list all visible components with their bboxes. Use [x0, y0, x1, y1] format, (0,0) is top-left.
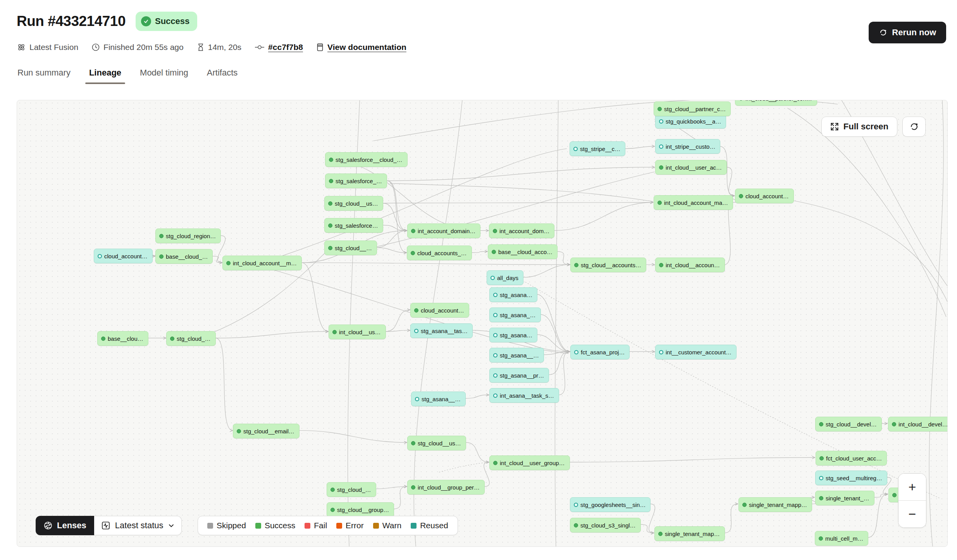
success-dot-icon — [742, 503, 747, 507]
lineage-canvas[interactable]: cloud_account…stg_cloud_region…base__clo… — [17, 100, 948, 547]
reused-dot-icon — [98, 254, 102, 258]
meta-commit: #cc7f7b8 — [255, 43, 303, 52]
lineage-node-stg_cloud_[interactable]: stg_cloud_… — [166, 331, 216, 346]
status-filter-dropdown[interactable]: Latest status — [94, 516, 182, 535]
lineage-node-cloud_accounts_[interactable]: cloud_accounts_… — [407, 246, 472, 260]
success-dot-icon — [329, 158, 333, 162]
lineage-node-single_tenant_[interactable]: single_tenant_… — [815, 491, 874, 505]
node-label: stg_cloud__email… — [243, 428, 294, 435]
lineage-node-int_cloud__partner_con[interactable]: int_cloud__partner_con… — [735, 100, 817, 106]
lineage-node-stg_asana[interactable]: stg_asana… — [489, 328, 537, 342]
lineage-node-fct_cloud_user_acc[interactable]: fct_cloud_user_acc… — [816, 451, 887, 466]
zoom-out-button[interactable]: − — [898, 501, 926, 527]
lenses-button[interactable]: Lenses — [36, 516, 94, 535]
lineage-node-stg_cloud__email[interactable]: stg_cloud__email… — [233, 424, 299, 438]
refresh-graph-button[interactable] — [902, 117, 926, 137]
lineage-node-base__cloud_acco[interactable]: base__cloud_acco… — [488, 244, 558, 259]
page-title: Run #433214710 — [17, 13, 126, 29]
header: Run #433214710 Success — [17, 12, 197, 31]
node-label: stg_cloud_region… — [166, 233, 216, 239]
lineage-node-int_cloud_account__m[interactable]: int_cloud_account__m… — [222, 256, 302, 270]
legend-label: Reused — [420, 521, 448, 530]
legend-swatch-fail — [305, 523, 310, 529]
lineage-node-int_cloud__user_ac[interactable]: int_cloud__user_ac… — [655, 160, 727, 175]
legend-label: Success — [265, 521, 295, 530]
lineage-node-stg_asana_[interactable]: stg_asana_… — [489, 307, 541, 322]
lineage-node-int_cloud__accoun[interactable]: int_cloud__accoun… — [655, 258, 725, 272]
lineage-node-single_tenant_map[interactable]: single_tenant_map… — [654, 526, 725, 541]
full-screen-button[interactable]: Full screen — [821, 117, 897, 137]
lineage-node-stg_asana__tas[interactable]: stg_asana__tas… — [410, 323, 473, 338]
reused-dot-icon — [414, 329, 418, 333]
lineage-node-stg_asana__[interactable]: stg_asana__… — [411, 392, 466, 406]
status-filter-label: Latest status — [115, 520, 164, 531]
view-documentation-link[interactable]: View documentation — [327, 43, 406, 52]
lineage-node-stg_cloud__group[interactable]: stg_cloud__group… — [327, 502, 394, 517]
lineage-node-single_tenant_mapp[interactable]: single_tenant_mapp… — [738, 497, 812, 512]
success-dot-icon — [411, 229, 415, 233]
lineage-node-stg_asana__[interactable]: stg_asana__… — [489, 348, 544, 362]
tab-lineage[interactable]: Lineage — [88, 64, 122, 84]
zoom-in-button[interactable]: + — [898, 474, 926, 500]
rerun-now-button[interactable]: Rerun now — [869, 22, 946, 43]
lineage-node-stg_cloud__devel[interactable]: stg_cloud__devel… — [815, 417, 882, 431]
lineage-node-stg_cloud_s3_singl[interactable]: stg_cloud_s3_singl… — [570, 518, 641, 533]
lineage-node-stg_salesforce[interactable]: stg_salesforce… — [324, 218, 383, 233]
commit-icon — [255, 43, 265, 51]
lineage-node-all_days[interactable]: all_days — [487, 270, 523, 285]
lineage-node-stg_cloud__us[interactable]: stg_cloud__us… — [324, 196, 383, 211]
lineage-node-int_cloud__user_group[interactable]: int_cloud__user_group… — [489, 455, 570, 470]
lineage-node-cloud_account[interactable]: cloud_account… — [410, 303, 469, 318]
lineage-node-stg_asana__pr[interactable]: stg_asana__pr… — [489, 368, 549, 383]
commit-link[interactable]: #cc7f7b8 — [268, 43, 303, 52]
lineage-node-stg_cloud_region[interactable]: stg_cloud_region… — [155, 228, 221, 243]
lineage-node-int_cloud__us[interactable]: int_cloud__us… — [329, 325, 386, 339]
meta-fusion: Latest Fusion — [17, 43, 78, 52]
legend-swatch-skipped — [207, 523, 213, 529]
reused-dot-icon — [493, 293, 497, 297]
node-label: stg_cloud__… — [335, 245, 372, 251]
lineage-node-int_stripe__custo[interactable]: int_stripe__custo… — [655, 139, 720, 154]
tab-artifacts[interactable]: Artifacts — [206, 64, 238, 84]
meta-duration-label: 14m, 20s — [208, 43, 241, 52]
tab-run-summary[interactable]: Run summary — [17, 64, 71, 84]
lineage-node-stg_googlesheets__sin[interactable]: stg_googlesheets__sin… — [570, 497, 651, 512]
lineage-node-cloud_account[interactable]: cloud_account… — [735, 189, 794, 203]
lineage-node-int_cloud__group_per[interactable]: int_cloud__group_per… — [407, 480, 485, 495]
lineage-node-int_account_dom[interactable]: int_account_dom… — [489, 223, 554, 238]
lineage-node-stg_cloud__[interactable]: stg_cloud__… — [324, 240, 377, 255]
tab-model-timing[interactable]: Model timing — [139, 64, 189, 84]
lineage-node-stg_cloud_[interactable]: stg_cloud_… — [327, 482, 376, 497]
success-dot-icon — [574, 263, 578, 267]
expand-icon — [830, 122, 839, 131]
lineage-node-cloud_account[interactable]: cloud_account… — [94, 249, 153, 263]
lineage-node-stg_asana[interactable]: stg_asana… — [489, 287, 537, 302]
node-label: all_days — [497, 275, 518, 281]
lineage-node-stg_cloud__us[interactable]: stg_cloud__us… — [407, 436, 466, 450]
lineage-node-int_account_domain[interactable]: int_account_domain… — [407, 223, 480, 238]
lineage-node-multi_cell_m[interactable]: multi_cell_m… — [815, 531, 868, 546]
lineage-node-base__clou[interactable]: base__clou… — [97, 331, 148, 346]
success-dot-icon — [411, 485, 415, 490]
lineage-node-stg_seed__multireg[interactable]: stg_seed__multireg… — [815, 471, 887, 485]
lineage-node-int_cloud__devel[interactable]: int_cloud__devel… — [888, 417, 948, 431]
lineage-node-stg_cloud__partner_c[interactable]: stg_cloud__partner_c… — [654, 101, 731, 116]
lineage-node-stg_stripe__c[interactable]: stg_stripe__c… — [570, 141, 625, 156]
node-label: single_tenant_… — [826, 495, 869, 502]
lineage-node-stg_cloud__accounts[interactable]: stg_cloud__accounts… — [570, 258, 646, 272]
lineage-node-stg_salesforce_[interactable]: stg_salesforce_… — [325, 173, 387, 188]
lineage-node-base__cloud_[interactable]: base__cloud_… — [155, 249, 213, 264]
lineage-node-int_asana__task_s[interactable]: int_asana__task_s… — [489, 388, 559, 403]
success-dot-icon — [892, 422, 896, 426]
success-dot-icon — [819, 536, 823, 541]
clock-icon — [91, 43, 100, 52]
lineage-node-fct_asana_proj[interactable]: fct_asana_proj… — [570, 345, 630, 359]
node-label: stg_cloud__partner_c… — [664, 106, 726, 112]
lineage-node-int_cloud_account_ma[interactable]: int_cloud_account_ma… — [654, 195, 733, 210]
lineage-node-int__customer_account[interactable]: int__customer_account… — [655, 345, 737, 359]
lineage-node-stg_salesforce__cloud_[interactable]: stg_salesforce__cloud_… — [325, 152, 408, 167]
status-badge: Success — [136, 12, 197, 31]
success-dot-icon — [659, 165, 663, 170]
node-label: stg_asana__… — [500, 352, 539, 359]
node-label: stg_stripe__c… — [580, 146, 620, 152]
